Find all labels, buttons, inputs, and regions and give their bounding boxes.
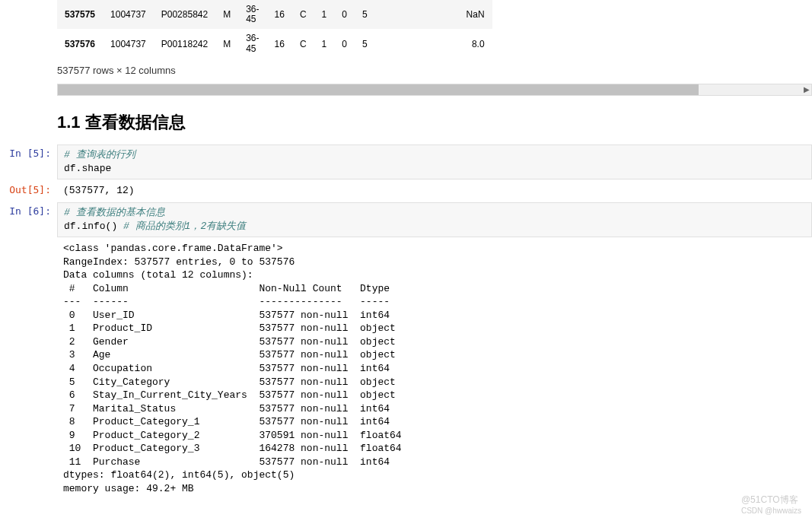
out-prompt: Out[5]: [0, 181, 57, 201]
in-prompt: In [5]: [0, 144, 57, 179]
table-cell: P00118242 [154, 29, 215, 58]
table-cell: C [292, 0, 314, 29]
table-cell: 5 [355, 0, 375, 29]
scrollbar-thumb[interactable] [58, 84, 699, 95]
table-cell: M [215, 29, 238, 58]
row-index: 537575 [57, 0, 103, 29]
row-index: 537576 [57, 29, 103, 58]
code-line: df.info() [64, 221, 123, 232]
dataframe-table: 5375751004737P00285842M36-4516C105NaN537… [57, 0, 812, 59]
table-cell: 16 [267, 29, 292, 58]
empty-prompt [0, 239, 57, 498]
code-cell-5[interactable]: In [5]: # 查询表的行列 df.shape [0, 144, 812, 179]
table-cell: M [215, 0, 238, 29]
output-cell-5: Out[5]: (537577, 12) [0, 181, 812, 201]
table-cell: 0 [334, 29, 355, 58]
table-caption: 537577 rows × 12 columns [57, 59, 812, 82]
in-prompt: In [6]: [0, 202, 57, 237]
horizontal-scrollbar[interactable]: ▶ [57, 82, 812, 102]
notebook: 5375751004737P00285842M36-4516C105NaN537… [0, 0, 812, 515]
table-cell: 36-45 [238, 29, 266, 58]
table-row: 5375751004737P00285842M36-4516C105NaN [57, 0, 492, 29]
table-cell: NaN [375, 0, 492, 29]
table-cell: 0 [334, 0, 355, 29]
output-cell-6: <class 'pandas.core.frame.DataFrame'> Ra… [0, 239, 812, 498]
table-cell: 1 [314, 29, 335, 58]
code-comment: # 查看数据的基本信息 [64, 207, 165, 218]
markdown-heading: 1.1 查看数据信息 [0, 102, 812, 143]
table-cell: 36-45 [238, 0, 266, 29]
table-row: 5375761004737P00118242M36-4516C1058.0 [57, 29, 492, 58]
table-cell: 8.0 [375, 29, 492, 58]
table-cell: 1 [314, 0, 335, 29]
code-comment-inline: # 商品的类别1，2有缺失值 [123, 221, 246, 232]
table-cell: 1004737 [103, 29, 154, 58]
code-comment: # 查询表的行列 [64, 149, 135, 160]
code-line: df.shape [64, 163, 111, 174]
output-text: <class 'pandas.core.frame.DataFrame'> Ra… [57, 239, 812, 498]
table-cell: 1004737 [103, 0, 154, 29]
section-title: 1.1 查看数据信息 [57, 111, 812, 134]
code-cell-6[interactable]: In [6]: # 查看数据的基本信息 df.info() # 商品的类别1，2… [0, 202, 812, 237]
table-cell: 16 [267, 0, 292, 29]
table-cell: 5 [355, 29, 375, 58]
table-cell: C [292, 29, 314, 58]
table-cell: P00285842 [154, 0, 215, 29]
output-text: (537577, 12) [57, 181, 812, 201]
scroll-right-icon[interactable]: ▶ [804, 85, 810, 94]
